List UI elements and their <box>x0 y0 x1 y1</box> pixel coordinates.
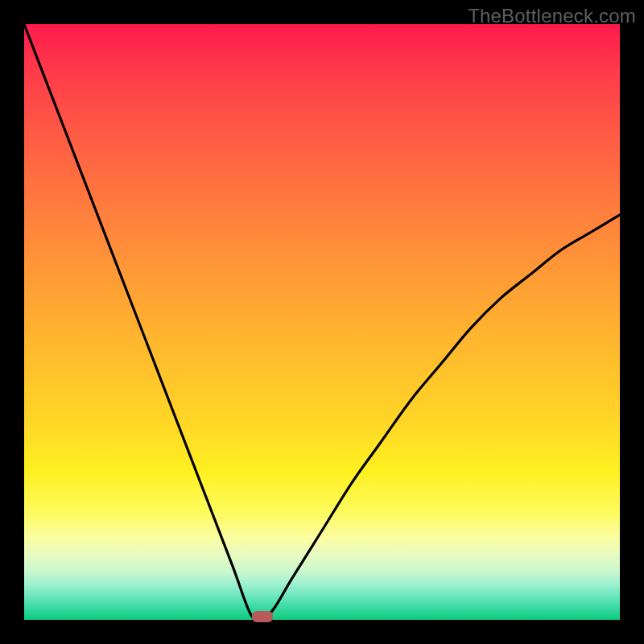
chart-background-gradient <box>24 24 620 620</box>
watermark-text: TheBottleneck.com <box>468 5 636 27</box>
chart-frame <box>24 24 620 620</box>
optimal-point-marker <box>252 611 273 622</box>
